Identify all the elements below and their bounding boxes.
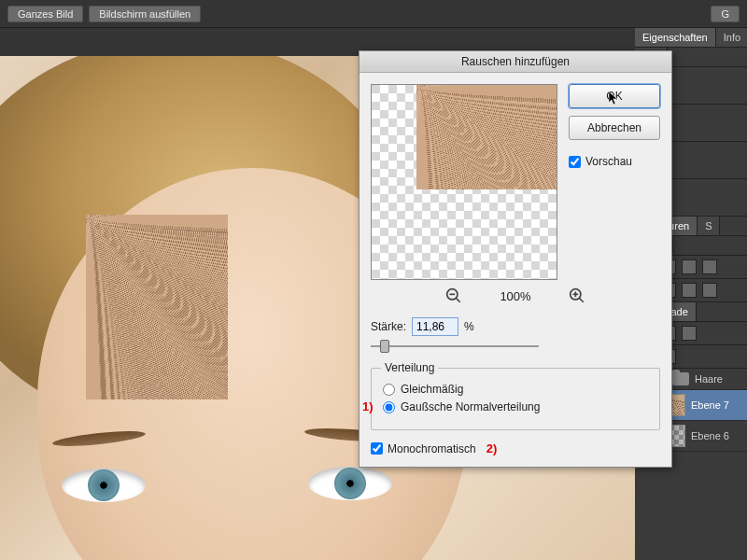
svg-line-1 bbox=[457, 298, 461, 302]
distribution-label: Verteilung bbox=[381, 361, 438, 374]
zoom-controls: 100% bbox=[371, 287, 660, 304]
monochromatic-checkbox[interactable] bbox=[371, 442, 383, 455]
preview-noise-region bbox=[416, 85, 557, 189]
distribution-group: Verteilung Gleichmäßig 1) Gaußsche Norma… bbox=[371, 368, 660, 430]
monochromatic-row[interactable]: Monochromatisch 2) bbox=[371, 441, 660, 455]
preview-checkbox-label: Vorschau bbox=[585, 155, 632, 168]
annotation-2: 2) bbox=[486, 441, 498, 455]
cancel-button[interactable]: Abbrechen bbox=[569, 116, 660, 140]
radio-gaussian-row[interactable]: 1) Gaußsche Normalverteilung bbox=[383, 400, 648, 413]
zoom-percent: 100% bbox=[500, 289, 530, 303]
slider-thumb[interactable] bbox=[380, 340, 389, 353]
preview-checkbox-row[interactable]: Vorschau bbox=[569, 155, 660, 168]
folder-icon bbox=[672, 372, 689, 385]
amount-slider[interactable] bbox=[371, 338, 539, 355]
layer-tool-icon[interactable] bbox=[682, 326, 697, 341]
zoom-out-icon[interactable] bbox=[445, 287, 462, 304]
tab-styles-partial[interactable]: S bbox=[698, 217, 720, 235]
ok-button[interactable]: OK bbox=[569, 84, 660, 108]
layer-label: Haare bbox=[695, 373, 723, 385]
eye-right bbox=[308, 467, 392, 500]
radio-uniform[interactable] bbox=[383, 384, 395, 396]
radio-gaussian-label: Gaußsche Normalverteilung bbox=[401, 400, 540, 413]
add-noise-dialog: Rauschen hinzufügen OK Abbrechen Vorscha… bbox=[359, 50, 672, 468]
adjustment-icon[interactable] bbox=[682, 259, 697, 274]
adjustment-icon[interactable] bbox=[702, 283, 717, 298]
amount-label: Stärke: bbox=[371, 320, 406, 333]
zoom-in-icon[interactable] bbox=[569, 287, 585, 304]
adjustment-icon[interactable] bbox=[702, 259, 717, 274]
monochromatic-label: Monochromatisch bbox=[388, 442, 476, 455]
fill-screen-button[interactable]: Bildschirm ausfüllen bbox=[89, 6, 201, 22]
top-right-button[interactable]: G bbox=[711, 6, 740, 22]
radio-uniform-row[interactable]: Gleichmäßig bbox=[383, 383, 648, 396]
svg-line-4 bbox=[579, 298, 584, 302]
amount-row: Stärke: % bbox=[371, 317, 660, 336]
preview-checkbox[interactable] bbox=[569, 156, 581, 168]
dialog-title: Rauschen hinzufügen bbox=[359, 51, 671, 73]
radio-uniform-label: Gleichmäßig bbox=[401, 383, 463, 396]
eye-left bbox=[62, 469, 146, 502]
noise-patch bbox=[86, 215, 228, 399]
adjustment-icon[interactable] bbox=[682, 283, 697, 298]
fit-screen-button[interactable]: Ganzes Bild bbox=[7, 6, 83, 22]
layer-label: Ebene 6 bbox=[691, 430, 729, 441]
layer-label: Ebene 7 bbox=[691, 399, 729, 411]
amount-unit: % bbox=[464, 320, 474, 333]
annotation-1: 1) bbox=[362, 399, 374, 413]
tab-info[interactable]: Info bbox=[716, 28, 747, 47]
options-bar: Ganzes Bild Bildschirm ausfüllen G bbox=[0, 0, 747, 28]
tab-properties[interactable]: Eigenschaften bbox=[635, 28, 716, 47]
preview-area[interactable] bbox=[371, 84, 557, 280]
panel-tabs-properties: Eigenschaften Info bbox=[635, 28, 747, 48]
radio-gaussian[interactable] bbox=[383, 401, 395, 413]
amount-input[interactable] bbox=[412, 317, 458, 336]
